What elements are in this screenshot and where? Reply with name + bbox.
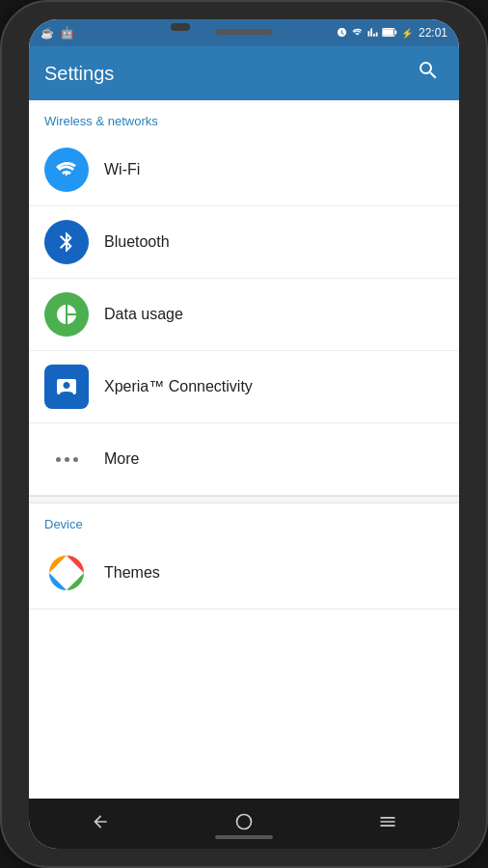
section-divider (29, 496, 459, 503)
bluetooth-icon (44, 220, 89, 264)
wireless-section-header: Wireless & networks (29, 100, 459, 134)
search-button[interactable] (413, 55, 444, 92)
status-bar-left: ☕ 🤖 (41, 26, 74, 40)
back-button[interactable] (71, 804, 129, 844)
app-bar: Settings (29, 46, 459, 100)
svg-point-3 (236, 814, 251, 828)
svg-rect-1 (383, 29, 393, 36)
more-label: More (104, 450, 139, 468)
wifi-icon (44, 148, 89, 192)
themes-label: Themes (104, 564, 160, 582)
xperia-item[interactable]: Xperia™ Connectivity (29, 351, 459, 423)
wifi-status-icon (351, 27, 364, 40)
bluetooth-label: Bluetooth (104, 233, 170, 251)
data-usage-icon (44, 292, 89, 337)
android-icon: 🤖 (60, 26, 74, 40)
xperia-icon (44, 365, 89, 409)
speaker (215, 29, 273, 35)
battery-icon (382, 27, 397, 40)
svg-rect-2 (394, 30, 396, 33)
nav-bar (29, 799, 459, 849)
alarm-icon (337, 27, 347, 40)
data-usage-item[interactable]: Data usage (29, 279, 459, 351)
charging-icon: ⚡ (401, 28, 413, 39)
phone-frame: ☕ 🤖 (0, 0, 488, 868)
xperia-label: Xperia™ Connectivity (104, 378, 253, 395)
signal-icon (367, 27, 378, 40)
status-time: 22:01 (419, 26, 447, 40)
status-bar-right: ⚡ 22:01 (337, 26, 447, 40)
themes-item[interactable]: Themes (29, 537, 459, 610)
settings-content: Wireless & networks Wi-Fi Bluetoot (29, 100, 459, 799)
more-item[interactable]: More (29, 423, 459, 496)
bluetooth-item[interactable]: Bluetooth (29, 206, 459, 279)
usb-icon: ☕ (41, 27, 54, 40)
themes-icon (44, 551, 89, 595)
recents-button[interactable] (359, 804, 417, 844)
camera (171, 23, 190, 31)
wifi-item[interactable]: Wi-Fi (29, 134, 459, 206)
data-usage-label: Data usage (104, 306, 183, 323)
bottom-speaker (215, 835, 273, 839)
page-title: Settings (44, 63, 114, 85)
wifi-label: Wi-Fi (104, 161, 140, 178)
device-section-header: Device (29, 503, 459, 537)
more-icon (44, 437, 89, 481)
phone-screen: ☕ 🤖 (29, 19, 459, 849)
